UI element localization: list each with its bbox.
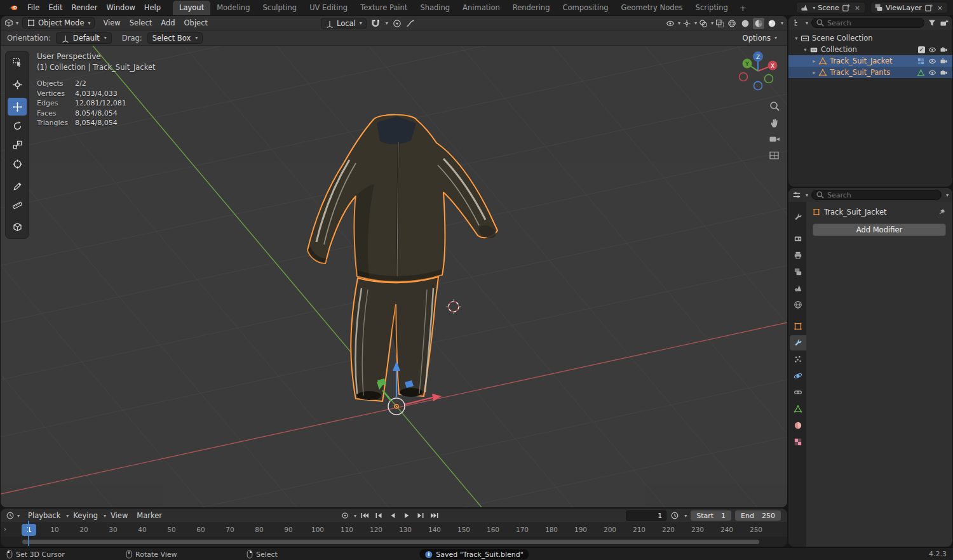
toggle-xray-icon[interactable] bbox=[715, 19, 724, 28]
menu-render[interactable]: Render bbox=[67, 1, 102, 14]
properties-tab-particles[interactable] bbox=[790, 352, 806, 367]
exclude-checkbox[interactable]: ✓ bbox=[918, 46, 925, 53]
workspace-tab-rendering[interactable]: Rendering bbox=[506, 1, 557, 15]
transform-orientation-selector[interactable]: Local ▾ bbox=[321, 18, 367, 29]
properties-tab-data[interactable] bbox=[790, 401, 806, 417]
expand-icon[interactable]: ▸ bbox=[810, 69, 818, 76]
expand-icon[interactable]: ▸ bbox=[810, 58, 818, 64]
tool-select-box-button[interactable] bbox=[8, 53, 27, 71]
pan-hand-icon[interactable] bbox=[769, 117, 780, 128]
tool-measure-button[interactable] bbox=[8, 196, 27, 214]
properties-tab-output[interactable] bbox=[790, 248, 806, 263]
outliner-row-track-suit-pants[interactable]: ▸ Track_Suit_Pants bbox=[788, 67, 952, 78]
properties-tab-material[interactable] bbox=[790, 418, 806, 433]
outliner-editor-type-icon[interactable] bbox=[792, 18, 801, 27]
jump-to-start-button[interactable] bbox=[358, 510, 370, 521]
search-input[interactable] bbox=[827, 191, 937, 199]
add-modifier-button[interactable]: Add Modifier bbox=[813, 223, 946, 236]
current-frame-field[interactable]: 1 bbox=[626, 510, 666, 521]
expand-icon[interactable]: ▾ bbox=[792, 35, 801, 41]
filter-icon[interactable] bbox=[928, 18, 936, 27]
menu-edit[interactable]: Edit bbox=[44, 1, 67, 14]
properties-tab-tool[interactable] bbox=[790, 210, 806, 225]
add-workspace-button[interactable]: + bbox=[734, 3, 752, 13]
menu-add[interactable]: Add bbox=[156, 17, 179, 29]
workspace-tab-animation[interactable]: Animation bbox=[456, 1, 506, 15]
blender-logo-icon[interactable] bbox=[6, 3, 20, 13]
properties-tab-constraints[interactable] bbox=[790, 385, 806, 400]
scene-browse-icon[interactable] bbox=[800, 3, 809, 12]
workspace-tab-geometry-nodes[interactable]: Geometry Nodes bbox=[615, 1, 689, 15]
properties-tab-world[interactable] bbox=[790, 297, 806, 312]
workspace-tab-shading[interactable]: Shading bbox=[414, 1, 456, 15]
show-object-types-icon[interactable] bbox=[666, 19, 675, 28]
snap-magnet-icon[interactable] bbox=[371, 19, 380, 28]
unlink-scene-icon[interactable]: × bbox=[853, 4, 862, 12]
tool-cursor-button[interactable] bbox=[8, 76, 27, 93]
orientation-dropdown[interactable]: Default ▾ bbox=[56, 32, 112, 44]
menu-view[interactable]: View bbox=[98, 17, 125, 29]
show-overlays-icon[interactable] bbox=[699, 19, 708, 28]
mode-selector[interactable]: Object Mode ▾ bbox=[22, 17, 95, 29]
outliner-row-collection[interactable]: ▾ Collection ✓ bbox=[788, 44, 952, 55]
viewport-editor-type-icon[interactable] bbox=[4, 18, 13, 27]
tool-add-cube-button[interactable] bbox=[8, 218, 27, 236]
tool-transform-button[interactable] bbox=[8, 155, 27, 173]
menu-file[interactable]: File bbox=[23, 1, 44, 14]
outliner-search[interactable] bbox=[811, 18, 924, 28]
tracksuit-jacket-model[interactable] bbox=[308, 115, 497, 282]
navigation-gizmo[interactable]: Z Y X bbox=[734, 47, 782, 95]
shading-solid-button[interactable] bbox=[740, 18, 751, 29]
menu-select[interactable]: Select bbox=[125, 17, 156, 29]
use-preview-range-icon[interactable] bbox=[670, 511, 679, 520]
properties-search[interactable] bbox=[811, 190, 942, 200]
menu-window[interactable]: Window bbox=[102, 1, 139, 14]
shading-rendered-button[interactable] bbox=[766, 18, 778, 29]
shading-material-button[interactable] bbox=[753, 18, 764, 29]
hide-eye-icon[interactable] bbox=[928, 46, 936, 54]
new-viewlayer-icon[interactable] bbox=[924, 3, 933, 12]
disable-render-camera-icon[interactable] bbox=[940, 69, 948, 77]
disable-render-camera-icon[interactable] bbox=[940, 57, 948, 65]
zoom-icon[interactable] bbox=[769, 100, 780, 112]
tracksuit-pants-model[interactable] bbox=[351, 277, 438, 401]
toggle-perspective-icon[interactable] bbox=[769, 150, 780, 161]
workspace-tab-layout[interactable]: Layout bbox=[173, 1, 210, 15]
new-scene-icon[interactable] bbox=[842, 3, 851, 12]
show-gizmo-icon[interactable] bbox=[682, 19, 691, 28]
viewlayer-selector[interactable]: ViewLayer × bbox=[870, 2, 948, 13]
workspace-tab-texture-paint[interactable]: Texture Paint bbox=[354, 1, 414, 15]
workspace-tab-uv-editing[interactable]: UV Editing bbox=[303, 1, 354, 15]
tool-scale-button[interactable] bbox=[8, 136, 27, 154]
chevron-down-icon[interactable]: ▾ bbox=[946, 192, 949, 198]
properties-tab-view-layer[interactable] bbox=[790, 264, 806, 279]
camera-view-icon[interactable] bbox=[769, 133, 780, 145]
proportional-falloff-icon[interactable] bbox=[406, 19, 415, 28]
shading-wireframe-button[interactable] bbox=[726, 18, 738, 29]
properties-tab-texture[interactable] bbox=[790, 434, 806, 450]
scene-selector[interactable]: ▾ Scene × bbox=[796, 2, 865, 13]
workspace-tab-compositing[interactable]: Compositing bbox=[556, 1, 614, 15]
timeline-track[interactable] bbox=[1, 537, 787, 547]
outliner-row-track-suit-jacket[interactable]: ▸ Track_Suit_Jacket bbox=[788, 55, 952, 67]
tool-rotate-button[interactable] bbox=[8, 117, 27, 135]
menu-playback[interactable]: Playback bbox=[24, 509, 65, 522]
previous-keyframe-button[interactable] bbox=[372, 510, 384, 521]
properties-tab-physics[interactable] bbox=[790, 368, 806, 383]
timeline-ruler[interactable]: 1 10203040506070809010011012013014015016… bbox=[1, 523, 787, 537]
play-reverse-button[interactable] bbox=[386, 510, 398, 521]
frame-end-field[interactable]: End250 bbox=[735, 510, 781, 521]
remove-viewlayer-icon[interactable]: × bbox=[936, 4, 944, 12]
disable-render-camera-icon[interactable] bbox=[940, 46, 948, 54]
tool-annotate-button[interactable] bbox=[8, 177, 27, 195]
tool-move-button[interactable] bbox=[8, 98, 27, 116]
workspace-tab-scripting[interactable]: Scripting bbox=[689, 1, 734, 15]
timeline-editor-type-icon[interactable] bbox=[6, 511, 15, 520]
workspace-tab-sculpting[interactable]: Sculpting bbox=[256, 1, 303, 15]
menu-help[interactable]: Help bbox=[140, 1, 165, 14]
menu-view[interactable]: View bbox=[106, 509, 132, 522]
properties-tab-modifiers[interactable] bbox=[790, 335, 806, 350]
drag-dropdown[interactable]: Select Box ▾ bbox=[147, 32, 203, 44]
viewport-canvas[interactable]: User Perspective (1) Collection | Track_… bbox=[1, 46, 787, 507]
menu-marker[interactable]: Marker bbox=[132, 509, 166, 522]
